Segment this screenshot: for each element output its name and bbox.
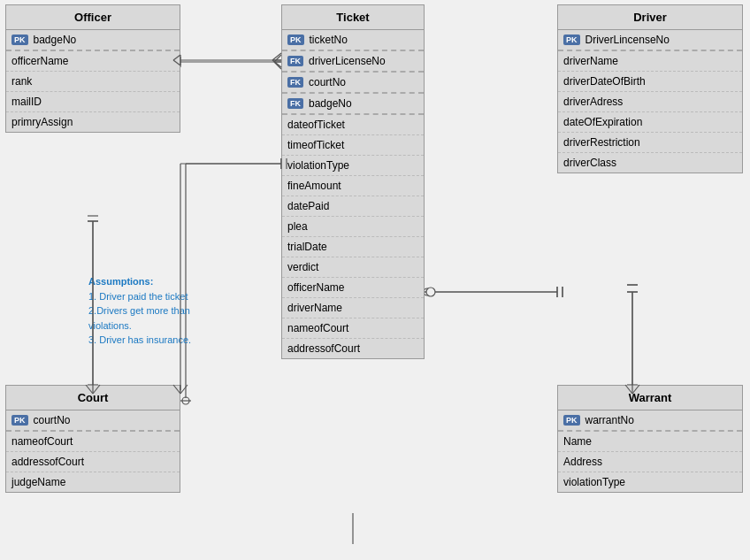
ticket-field-11: addressofCourt — [282, 339, 424, 358]
driver-field-3: dateOfExpiration — [558, 112, 742, 133]
ticket-fk-row-0: FK driverLicenseNo — [282, 51, 424, 73]
ticket-field-8: officerName — [282, 278, 424, 298]
officer-pk-row: PK badgeNo — [6, 30, 180, 51]
ticket-fk-row-1: FK courtNo — [282, 73, 424, 94]
assumptions-title: Assumptions: — [88, 274, 265, 289]
warrant-field-0: Name — [558, 432, 742, 452]
driver-field-5: driverClass — [558, 153, 742, 173]
svg-point-19 — [182, 397, 189, 404]
ticket-entity: Ticket PK ticketNo FK driverLicenseNo FK… — [281, 4, 425, 359]
driver-title: Driver — [558, 5, 742, 30]
svg-line-29 — [272, 53, 281, 60]
ticket-fk-badge-2: FK — [287, 98, 303, 109]
assumptions-line-1: 2.Drivers get more than — [88, 303, 265, 318]
court-pk-row: PK courtNo — [6, 410, 180, 432]
driver-field-0: driverName — [558, 51, 742, 72]
assumptions-box: Assumptions: 1. Driver paid the ticket 2… — [88, 274, 265, 348]
driver-pk-badge: PK — [563, 35, 580, 45]
warrant-title: Warrant — [558, 386, 742, 410]
ticket-pk-field: ticketNo — [310, 34, 348, 46]
court-field-0: nameofCourt — [6, 432, 180, 452]
driver-field-2: driverAdress — [558, 92, 742, 112]
ticket-fk-badge-1: FK — [287, 77, 303, 88]
ticket-title: Ticket — [282, 5, 424, 30]
svg-line-30 — [272, 60, 281, 67]
officer-entity: Officer PK badgeNo officerName rank mail… — [5, 4, 180, 133]
svg-point-11 — [424, 288, 431, 295]
court-field-2: judgeName — [6, 472, 180, 492]
ticket-field-9: driverName — [282, 298, 424, 318]
warrant-entity: Warrant PK warrantNo Name Address violat… — [557, 385, 743, 493]
warrant-field-1: Address — [558, 452, 742, 472]
officer-pk-badge: PK — [11, 35, 28, 45]
ticket-pk-badge: PK — [287, 35, 304, 45]
court-entity: Court PK courtNo nameofCourt addressofCo… — [5, 385, 180, 493]
svg-point-39 — [426, 288, 435, 296]
assumptions-line-3: 3. Driver has insurance. — [88, 333, 265, 348]
warrant-pk-field: warrantNo — [585, 414, 634, 426]
officer-field-2: mailID — [6, 92, 180, 112]
ticket-field-2: violationType — [282, 156, 424, 176]
driver-entity: Driver PK DriverLincenseNo driverName dr… — [557, 4, 743, 173]
driver-pk-field: DriverLincenseNo — [585, 34, 670, 46]
warrant-pk-row: PK warrantNo — [558, 410, 742, 432]
warrant-pk-badge: PK — [563, 415, 580, 426]
ticket-field-10: nameofCourt — [282, 318, 424, 339]
driver-pk-row: PK DriverLincenseNo — [558, 30, 742, 51]
ticket-field-3: fineAmount — [282, 176, 424, 196]
court-pk-badge: PK — [11, 415, 28, 426]
svg-line-48 — [180, 385, 188, 394]
court-field-1: addressofCourt — [6, 452, 180, 472]
assumptions-line-0: 1. Driver paid the ticket — [88, 289, 265, 304]
officer-field-1: rank — [6, 72, 180, 92]
driver-field-1: driverDateOfBirth — [558, 72, 742, 92]
court-title: Court — [6, 386, 180, 410]
warrant-field-2: violationType — [558, 472, 742, 492]
ticket-field-0: dateofTicket — [282, 115, 424, 135]
ticket-field-6: trialDate — [282, 237, 424, 257]
officer-field-0: officerName — [6, 51, 180, 72]
assumptions-line-2: violations. — [88, 318, 265, 334]
ticket-field-1: timeofTicket — [282, 135, 424, 156]
ticket-pk-row: PK ticketNo — [282, 30, 424, 51]
ticket-field-7: verdict — [282, 257, 424, 278]
diagram-canvas: Officer PK badgeNo officerName rank mail… — [0, 0, 750, 560]
officer-pk-field: badgeNo — [34, 34, 77, 46]
driver-field-4: driverRestriction — [558, 133, 742, 153]
ticket-fk-badge-0: FK — [287, 56, 303, 66]
svg-line-3 — [274, 62, 281, 69]
officer-field-3: primryAssign — [6, 112, 180, 132]
svg-line-2 — [274, 55, 281, 62]
ticket-field-4: datePaid — [282, 196, 424, 217]
ticket-fk-row-2: FK badgeNo — [282, 94, 424, 115]
officer-title: Officer — [6, 5, 180, 30]
court-pk-field: courtNo — [34, 414, 71, 426]
ticket-field-5: plea — [282, 217, 424, 237]
